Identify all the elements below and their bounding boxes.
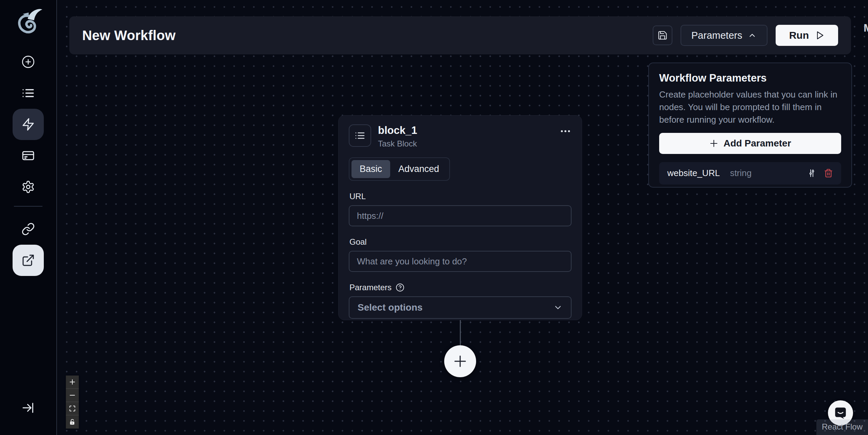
plus-icon [452,353,468,369]
parameter-actions [807,169,833,178]
external-link-icon [21,254,35,267]
plus-icon [709,139,719,148]
sliders-icon[interactable] [807,169,816,178]
url-field-label: URL [349,192,572,201]
list-icon [21,86,35,100]
canvas-controls [66,376,79,429]
tab-basic[interactable]: Basic [351,160,390,178]
chevron-down-icon [553,303,563,312]
workflow-header: New Workflow Parameters R [69,16,851,54]
tab-advanced[interactable]: Advanced [390,160,447,178]
page-title: New Workflow [82,28,176,43]
link-icon [21,222,35,236]
parameters-field-label: Parameters [349,283,572,292]
block-mode-tabs: Basic Advanced [349,157,450,181]
parameters-select[interactable]: Select options [349,296,572,319]
panel-description: Create placeholder values that you can l… [659,88,841,126]
zoom-in-button[interactable] [66,376,79,389]
task-block-node[interactable]: block_1 Task Block Basic Advanced URL Go… [338,115,582,320]
sidebar-item-link[interactable] [13,213,44,245]
add-parameter-button[interactable]: Add Parameter [659,133,841,154]
sidebar [0,0,57,435]
plus-circle-icon [21,55,35,69]
lightning-icon [21,118,35,131]
goal-input[interactable] [349,251,572,272]
workflow-parameters-panel: Workflow Parameters Create placeholder v… [648,63,852,188]
workflow-canvas[interactable]: New Workflow Parameters R [58,0,868,435]
parameters-toggle-button[interactable]: Parameters [681,25,767,46]
sidebar-item-settings[interactable] [13,171,44,203]
run-button[interactable]: Run [776,25,838,46]
parameters-label-text: Parameters [349,283,392,292]
parameter-name: website_URL [667,168,720,178]
help-circle-icon[interactable] [396,283,404,292]
save-button[interactable] [653,25,672,45]
dragon-logo [13,6,44,37]
node-edge [460,320,461,346]
card-icon [21,149,35,162]
zoom-out-icon [69,392,76,399]
add-block-button[interactable] [444,345,476,377]
parameters-select-value: Select options [358,302,422,313]
chevron-up-icon [748,31,757,40]
sidebar-item-workflows[interactable] [13,109,44,140]
fit-view-icon [69,405,76,412]
goal-field-label: Goal [349,237,572,247]
chat-bubble-icon [833,406,848,420]
fit-view-button[interactable] [66,402,79,415]
lock-icon [69,419,76,425]
play-icon [815,31,825,40]
task-block-header: block_1 Task Block [349,124,572,149]
block-menu-button[interactable] [559,124,572,137]
parameters-button-label: Parameters [691,30,742,41]
list-icon [355,130,365,141]
run-button-label: Run [789,30,809,41]
zoom-out-button[interactable] [66,389,79,402]
gear-icon [21,180,35,194]
trash-icon[interactable] [824,169,833,178]
sidebar-item-create[interactable] [13,46,44,77]
save-icon [657,30,668,40]
ellipsis-icon [559,125,572,137]
zoom-in-icon [69,379,76,385]
sidebar-item-runs[interactable] [13,77,44,109]
sidebar-item-external[interactable] [13,245,44,276]
url-input[interactable] [349,205,572,226]
parameter-row: website_URL string [659,162,841,185]
panel-title: Workflow Parameters [659,72,841,84]
header-actions: Parameters Run [653,25,838,46]
block-subtitle: Task Block [378,139,417,149]
add-parameter-label: Add Parameter [723,138,791,149]
sidebar-item-browser[interactable] [13,140,44,171]
react-flow-attribution[interactable]: React Flow [816,419,868,435]
block-title: block_1 [378,124,417,137]
lock-button[interactable] [66,415,79,429]
arrow-right-to-line-icon [21,401,35,415]
task-block-titles: block_1 Task Block [378,124,417,149]
parameter-type: string [730,168,752,178]
sidebar-collapse-button[interactable] [13,392,44,423]
clipped-edge-text: M [864,22,868,34]
task-block-icon-box [349,124,371,147]
sidebar-divider [14,206,42,207]
